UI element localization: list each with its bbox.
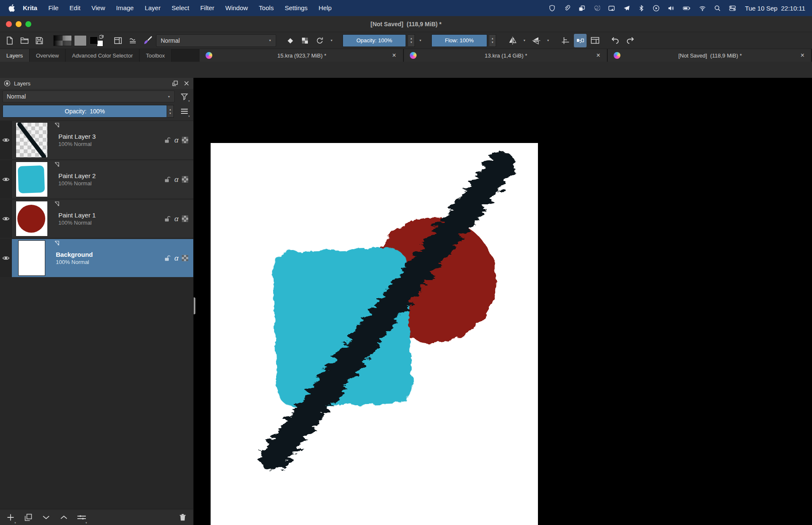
panel-splitter-handle[interactable] xyxy=(194,297,195,314)
spiral-icon[interactable] xyxy=(593,5,600,12)
float-docker-icon[interactable] xyxy=(172,80,178,87)
add-layer-button[interactable]: ▼ xyxy=(4,511,17,524)
document-canvas[interactable] xyxy=(211,143,538,525)
layer-thumbnail[interactable] xyxy=(16,201,47,236)
layer-list-options-button[interactable]: ▼ xyxy=(178,105,191,118)
menu-window[interactable]: Window xyxy=(220,0,253,16)
inherit-alpha-icon[interactable] xyxy=(182,255,188,261)
redo-button[interactable] xyxy=(624,34,636,47)
play-circle-icon[interactable] xyxy=(653,5,660,12)
delete-layer-button[interactable] xyxy=(176,511,189,524)
blending-mode-dropdown[interactable]: Normal ▼ xyxy=(156,34,276,47)
minimize-window-button[interactable] xyxy=(16,21,22,27)
brush-preset-button[interactable] xyxy=(141,34,154,47)
layer-opacity-spinner[interactable]: ▲▼ xyxy=(167,105,174,118)
alpha-lock-icon[interactable]: α xyxy=(174,176,178,183)
move-layer-up-button[interactable] xyxy=(58,511,70,524)
alpha-lock-icon[interactable]: α xyxy=(174,137,178,144)
flow-spinner[interactable]: ▲▼ xyxy=(489,34,496,47)
lock-docker-icon[interactable] xyxy=(4,80,11,87)
alpha-lock-icon[interactable]: α xyxy=(174,215,178,223)
menu-image[interactable]: Image xyxy=(110,0,139,16)
layer-visibility-toggle[interactable] xyxy=(0,239,12,277)
open-document-button[interactable] xyxy=(18,34,31,47)
reload-original-preset-button[interactable] xyxy=(313,34,326,47)
menu-bar-clock[interactable]: Tue 10 Sep 22:10:11 xyxy=(745,5,805,12)
wifi-icon[interactable] xyxy=(699,5,706,12)
duplicate-layer-button[interactable] xyxy=(22,511,35,524)
layer-row-paint-layer-3[interactable]: Paint Layer 3 100% Normal α xyxy=(0,121,193,159)
inherit-alpha-icon[interactable] xyxy=(182,137,188,143)
menu-krita[interactable]: Krita xyxy=(17,0,43,16)
opacity-options-caret[interactable]: ▼ xyxy=(417,39,424,42)
bluetooth-icon[interactable] xyxy=(638,5,645,12)
layer-row-background[interactable]: Background 100% Normal α xyxy=(0,239,193,277)
close-tab-icon[interactable]: × xyxy=(391,52,397,59)
zoom-window-button[interactable] xyxy=(25,21,31,27)
new-document-button[interactable] xyxy=(3,34,16,47)
lock-icon[interactable] xyxy=(164,255,171,262)
layer-blending-mode-dropdown[interactable]: Normal ▼ xyxy=(3,91,175,102)
tab-toolbox[interactable]: Toolbox xyxy=(140,49,172,62)
eraser-mode-button[interactable] xyxy=(284,34,296,47)
save-button[interactable] xyxy=(33,34,46,47)
layer-row-paint-layer-2[interactable]: Paint Layer 2 100% Normal α xyxy=(0,160,193,198)
volume-icon[interactable] xyxy=(667,5,675,12)
lock-icon[interactable] xyxy=(164,176,171,183)
move-layer-down-button[interactable] xyxy=(40,511,52,524)
close-tab-icon[interactable]: × xyxy=(595,52,601,59)
menu-select[interactable]: Select xyxy=(166,0,195,16)
layer-visibility-toggle[interactable] xyxy=(0,121,12,159)
close-tab-icon[interactable]: × xyxy=(800,52,805,59)
alpha-lock-icon[interactable]: α xyxy=(174,255,178,262)
telegram-icon[interactable] xyxy=(623,5,630,12)
mirror-vertical-caret[interactable]: ▼ xyxy=(521,39,528,42)
layer-opacity-slider[interactable]: Opacity: 100% xyxy=(3,105,167,118)
foreground-background-colors[interactable] xyxy=(89,34,104,47)
opacity-slider[interactable]: Opacity: 100% xyxy=(343,34,406,47)
layer-visibility-toggle[interactable] xyxy=(0,200,12,238)
inherit-alpha-icon[interactable] xyxy=(182,176,188,183)
control-center-icon[interactable] xyxy=(729,5,736,12)
document-tab-not-saved[interactable]: [Not Saved] (118,9 MiB) * × xyxy=(608,49,812,62)
inherit-alpha-icon[interactable] xyxy=(182,216,188,222)
tab-layers[interactable]: Layers xyxy=(0,49,30,62)
close-window-button[interactable] xyxy=(6,21,12,27)
layer-visibility-toggle[interactable] xyxy=(0,160,12,198)
search-icon[interactable] xyxy=(714,5,721,12)
layer-thumbnail[interactable] xyxy=(16,162,47,197)
menu-edit[interactable]: Edit xyxy=(64,0,86,16)
layer-filter-button[interactable]: ▼ xyxy=(178,91,191,102)
menu-filter[interactable]: Filter xyxy=(195,0,219,16)
undo-button[interactable] xyxy=(609,34,622,47)
close-docker-icon[interactable] xyxy=(184,80,189,86)
menu-file[interactable]: File xyxy=(43,0,64,16)
canvas-area[interactable] xyxy=(194,78,812,525)
background-color-swatch[interactable] xyxy=(97,40,103,47)
apple-menu-icon[interactable] xyxy=(8,4,15,12)
battery-icon[interactable] xyxy=(683,5,691,12)
menu-view[interactable]: View xyxy=(86,0,110,16)
opacity-spinner[interactable]: ▲▼ xyxy=(408,34,415,47)
choose-workspace-button[interactable] xyxy=(112,34,124,47)
menu-settings[interactable]: Settings xyxy=(279,0,313,16)
gradient-chooser[interactable] xyxy=(53,35,72,46)
mirror-vertical-button[interactable] xyxy=(506,34,519,47)
lock-icon[interactable] xyxy=(164,215,171,223)
document-tab-15kra[interactable]: 15.kra (923,7 MiB) * × xyxy=(200,49,404,62)
snap-settings-button[interactable] xyxy=(574,34,587,47)
tab-overview[interactable]: Overview xyxy=(30,49,66,62)
preset-options-caret[interactable]: ▼ xyxy=(328,39,335,42)
show-dockers-button[interactable] xyxy=(589,34,601,47)
pattern-chooser[interactable] xyxy=(74,35,87,46)
layer-row-paint-layer-1[interactable]: Paint Layer 1 100% Normal α xyxy=(0,200,193,238)
menu-help[interactable]: Help xyxy=(313,0,337,16)
shield-icon[interactable] xyxy=(549,5,556,12)
mirror-horizontal-button[interactable] xyxy=(530,34,543,47)
layer-thumbnail[interactable] xyxy=(16,123,47,157)
tab-advanced-color-selector[interactable]: Advanced Color Selector xyxy=(66,49,140,62)
screen-mirroring-icon[interactable] xyxy=(608,5,615,12)
swap-colors-icon[interactable] xyxy=(99,34,104,39)
paperclip-icon[interactable] xyxy=(563,5,571,12)
menu-tools[interactable]: Tools xyxy=(253,0,279,16)
